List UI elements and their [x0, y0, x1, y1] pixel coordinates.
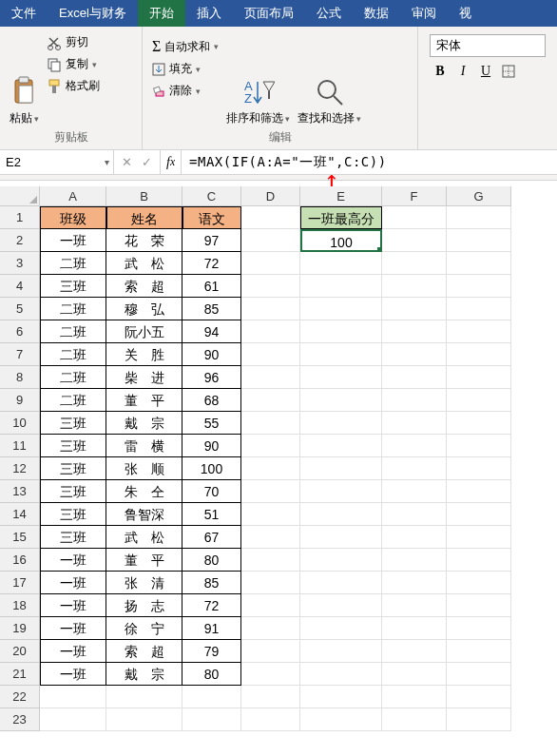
row-header[interactable]: 16: [0, 549, 40, 572]
cell-score[interactable]: 80: [182, 549, 241, 572]
cell-score[interactable]: 90: [182, 343, 241, 366]
cell-class[interactable]: 一班: [40, 229, 106, 252]
cell-class[interactable]: 二班: [40, 298, 106, 320]
header-cell[interactable]: 姓名: [106, 206, 182, 229]
name-box-input[interactable]: [6, 155, 82, 169]
cell[interactable]: [241, 708, 300, 731]
row-header[interactable]: 4: [0, 275, 40, 298]
cell[interactable]: [447, 526, 511, 549]
row-header[interactable]: 12: [0, 457, 40, 480]
cell[interactable]: [382, 708, 447, 731]
column-header[interactable]: C: [182, 186, 241, 206]
cell[interactable]: [382, 412, 447, 435]
cell[interactable]: [300, 275, 382, 298]
cut-button[interactable]: 剪切: [47, 32, 100, 52]
cell-name[interactable]: 索 超: [106, 275, 182, 298]
cell[interactable]: [447, 320, 511, 343]
row-header[interactable]: 11: [0, 435, 40, 457]
format-painter-button[interactable]: 格式刷: [47, 76, 100, 96]
cell-score[interactable]: 70: [182, 480, 241, 503]
cell[interactable]: [106, 708, 182, 731]
cell[interactable]: [447, 549, 511, 572]
cell-score[interactable]: 100: [182, 457, 241, 480]
cell[interactable]: [241, 343, 300, 366]
cell-class[interactable]: 三班: [40, 503, 106, 526]
cell[interactable]: [447, 594, 511, 617]
cell-score[interactable]: 72: [182, 594, 241, 617]
name-box[interactable]: ▾: [0, 150, 114, 174]
cell[interactable]: [241, 389, 300, 412]
cell-name[interactable]: 鲁智深: [106, 503, 182, 526]
cell[interactable]: [300, 480, 382, 503]
row-header[interactable]: 13: [0, 480, 40, 503]
cell[interactable]: [300, 252, 382, 275]
cell[interactable]: [300, 343, 382, 366]
cell[interactable]: [241, 686, 300, 708]
tab-公式[interactable]: 公式: [305, 0, 353, 27]
row-header[interactable]: 17: [0, 572, 40, 594]
cell[interactable]: [447, 206, 511, 229]
cell[interactable]: [182, 686, 241, 708]
cell-score[interactable]: 85: [182, 298, 241, 320]
cell[interactable]: [382, 686, 447, 708]
cell-name[interactable]: 戴 宗: [106, 663, 182, 686]
cell[interactable]: [300, 320, 382, 343]
cell[interactable]: [300, 389, 382, 412]
cell-class[interactable]: 二班: [40, 320, 106, 343]
tab-视[interactable]: 视: [448, 0, 483, 27]
cell-score[interactable]: 61: [182, 275, 241, 298]
sort-filter-button[interactable]: AZ 排序和筛选▾: [222, 30, 294, 126]
cell-class[interactable]: 三班: [40, 457, 106, 480]
cell[interactable]: [241, 549, 300, 572]
cell[interactable]: [300, 617, 382, 640]
cell-name[interactable]: 武 松: [106, 252, 182, 275]
cell-score[interactable]: 51: [182, 503, 241, 526]
cell-name[interactable]: 柴 进: [106, 366, 182, 389]
column-header[interactable]: B: [106, 186, 182, 206]
cell[interactable]: [382, 252, 447, 275]
cell-score[interactable]: 80: [182, 663, 241, 686]
tab-Excel与财务[interactable]: Excel与财务: [48, 0, 138, 27]
autosum-button[interactable]: Σ自动求和▾: [152, 36, 219, 57]
cell-score[interactable]: 72: [182, 252, 241, 275]
cell-name[interactable]: 张 顺: [106, 457, 182, 480]
cell-class[interactable]: 一班: [40, 640, 106, 663]
fx-icon[interactable]: fx: [161, 150, 182, 174]
cell[interactable]: [447, 617, 511, 640]
cell[interactable]: [241, 412, 300, 435]
cell[interactable]: [447, 640, 511, 663]
cell-name[interactable]: 朱 仝: [106, 480, 182, 503]
selected-cell-E2[interactable]: 100: [300, 229, 382, 252]
cell[interactable]: [382, 435, 447, 457]
tab-文件[interactable]: 文件: [0, 0, 48, 27]
cell[interactable]: [241, 435, 300, 457]
column-header[interactable]: A: [40, 186, 106, 206]
cell[interactable]: [382, 526, 447, 549]
header-cell[interactable]: 一班最高分: [300, 206, 382, 229]
cell[interactable]: [241, 320, 300, 343]
cell[interactable]: [182, 708, 241, 731]
cell-name[interactable]: 索 超: [106, 640, 182, 663]
cell[interactable]: [241, 457, 300, 480]
cell[interactable]: [300, 686, 382, 708]
cell-name[interactable]: 戴 宗: [106, 412, 182, 435]
cell-score[interactable]: 79: [182, 640, 241, 663]
cell[interactable]: [447, 480, 511, 503]
cell[interactable]: [382, 572, 447, 594]
cell[interactable]: [382, 617, 447, 640]
cell-class[interactable]: 二班: [40, 389, 106, 412]
row-header[interactable]: 19: [0, 617, 40, 640]
row-header[interactable]: 5: [0, 298, 40, 320]
row-header[interactable]: 18: [0, 594, 40, 617]
cell-score[interactable]: 85: [182, 572, 241, 594]
row-header[interactable]: 3: [0, 252, 40, 275]
cell[interactable]: [447, 435, 511, 457]
cell[interactable]: [447, 389, 511, 412]
italic-button[interactable]: I: [452, 61, 473, 82]
tab-插入[interactable]: 插入: [185, 0, 233, 27]
spreadsheet-grid[interactable]: ABCDEFG 1班级姓名语文一班最高分2一班花 荣971003二班武 松724…: [0, 186, 557, 731]
cell[interactable]: [241, 526, 300, 549]
cell[interactable]: [241, 229, 300, 252]
cell-score[interactable]: 94: [182, 320, 241, 343]
tab-审阅[interactable]: 审阅: [400, 0, 448, 27]
